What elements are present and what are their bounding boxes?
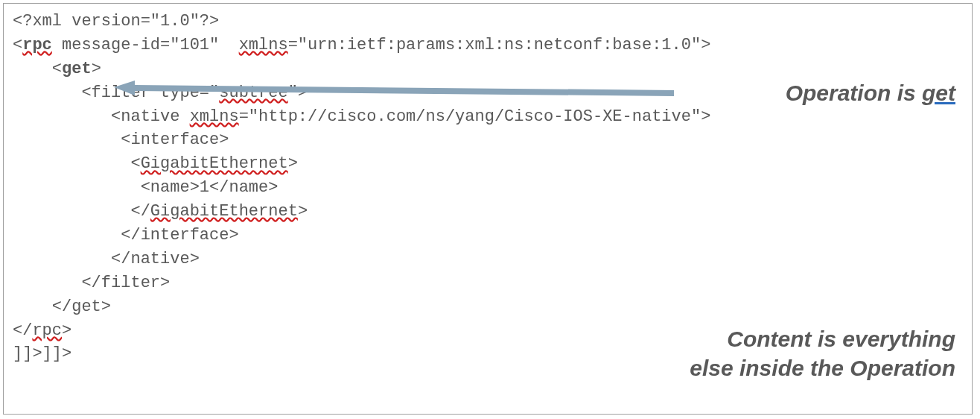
native-open: <native xmlns="http://cisco.com/ns/yang/… xyxy=(13,105,963,129)
get-tag: get xyxy=(62,60,92,78)
arrow-icon xyxy=(114,81,674,104)
xmlns-attr: xmlns xyxy=(239,36,288,54)
gig-word-1: GigabitEthernet xyxy=(141,154,288,173)
gig-close: </GigabitEthernet> xyxy=(13,200,963,224)
interface-open: <interface> xyxy=(13,128,963,152)
interface-close: </interface> xyxy=(13,224,963,248)
filter-close: </filter> xyxy=(13,271,963,295)
code-box: <?xml version="1.0"?> <rpc message-id="1… xyxy=(3,3,973,415)
name-elem: <name>1</name> xyxy=(13,176,963,200)
operation-word: get xyxy=(922,81,955,105)
svg-marker-0 xyxy=(114,81,674,96)
rpc-close-tag: rpc xyxy=(32,321,62,340)
xmlns-attr-2: xmlns xyxy=(190,107,239,126)
content-note: Content is everything else inside the Op… xyxy=(690,324,955,382)
operation-note: Operation is get xyxy=(786,78,955,107)
gig-word-2: GigabitEthernet xyxy=(150,202,298,221)
native-close: </native> xyxy=(13,248,963,271)
gig-open: <GigabitEthernet> xyxy=(13,152,963,176)
rpc-open: <rpc message-id="101" xmlns="urn:ietf:pa… xyxy=(13,34,963,57)
xml-decl: <?xml version="1.0"?> xyxy=(13,10,963,34)
rpc-tag: rpc xyxy=(22,36,52,54)
get-open: <get> xyxy=(13,57,963,81)
get-close: </get> xyxy=(13,295,963,319)
